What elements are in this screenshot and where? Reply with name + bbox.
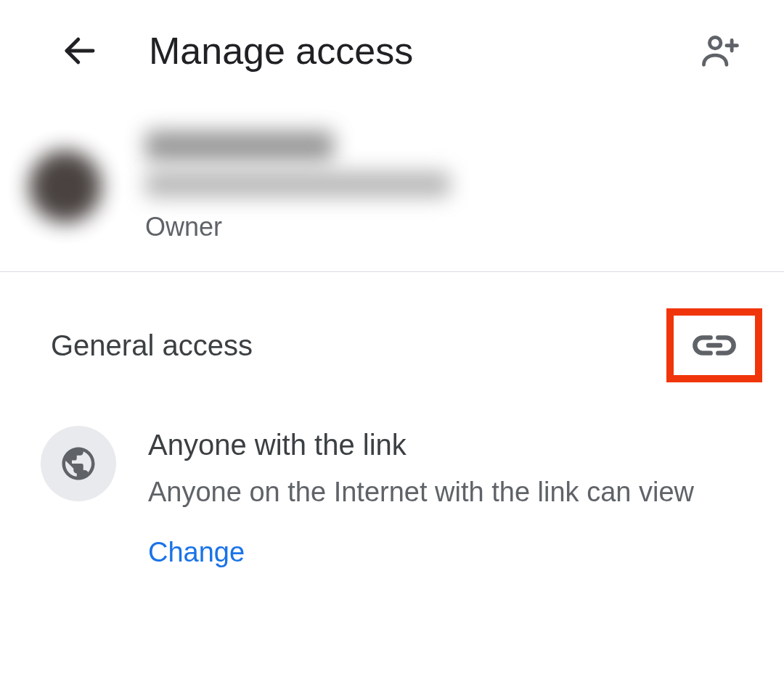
copy-link-button[interactable] [690, 327, 739, 363]
access-row[interactable]: Anyone with the link Anyone on the Inter… [0, 397, 784, 597]
header: Manage access [0, 0, 784, 102]
general-access-title: General access [51, 329, 253, 362]
copy-link-highlight [666, 308, 762, 382]
public-access-icon-container [41, 426, 116, 501]
globe-icon [59, 444, 98, 483]
owner-name-blurred [145, 131, 334, 161]
person-add-icon [698, 30, 740, 72]
owner-text: Owner [145, 131, 450, 242]
avatar [29, 150, 102, 223]
add-person-button[interactable] [690, 22, 748, 80]
arrow-left-icon [60, 31, 99, 70]
access-text: Anyone with the link Anyone on the Inter… [148, 426, 694, 568]
change-access-link[interactable]: Change [148, 537, 245, 568]
owner-role-label: Owner [145, 212, 450, 242]
access-type-title: Anyone with the link [148, 426, 694, 464]
owner-email-blurred [145, 171, 450, 197]
access-type-description: Anyone on the Internet with the link can… [148, 474, 694, 511]
back-button[interactable] [51, 22, 109, 80]
owner-row[interactable]: Owner [0, 102, 784, 271]
svg-point-1 [709, 37, 720, 48]
link-icon [691, 331, 738, 360]
general-access-header: General access [0, 272, 784, 397]
page-title: Manage access [149, 29, 690, 73]
